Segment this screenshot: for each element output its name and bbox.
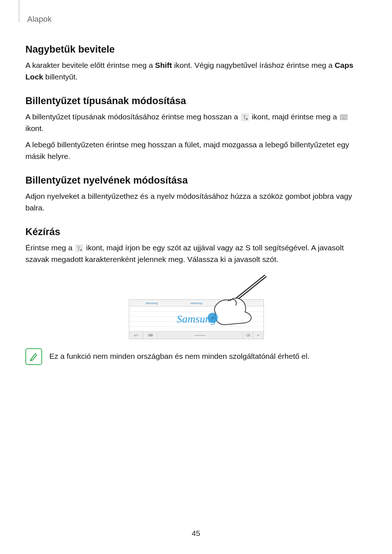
illustration-container: Samsung samsung Sam Samsung ᴀA ⌨ ⌫ ↵ — [25, 274, 367, 339]
keyboard-icon — [339, 114, 348, 120]
header-rule — [19, 0, 19, 22]
note-text: Ez a funkció nem minden országban és nem… — [49, 348, 310, 362]
heading-handwriting: Kézírás — [25, 226, 367, 238]
key-enter: ↵ — [253, 332, 264, 339]
text: ikont. Végig nagybetűvel íráshoz érintse… — [172, 61, 335, 69]
key-space — [158, 332, 243, 339]
text: Érintse meg a — [25, 243, 74, 252]
para-handwriting: Érintse meg a T ikont, majd írjon be egy… — [25, 242, 367, 265]
page-number: 45 — [0, 529, 392, 538]
heading-kblang: Billentyűzet nyelvének módosítása — [25, 175, 367, 186]
para-kbtype-2: A lebegő billentyűzeten érintse meg hoss… — [25, 139, 367, 162]
keyboard-bottom-row: ᴀA ⌨ ⌫ ↵ — [129, 331, 264, 339]
note-block: Ez a funkció nem minden országban és nem… — [25, 348, 367, 365]
para-kbtype-1: A billentyűzet típusának módosításához é… — [25, 111, 367, 134]
t-pen-icon: T — [240, 113, 250, 121]
para-kblang: Adjon nyelveket a billentyűzethez és a n… — [25, 190, 367, 213]
text: ikont. — [25, 124, 44, 132]
text: ikont, majd érintse meg a — [252, 112, 339, 121]
key-mode: ᴀA — [129, 332, 143, 339]
heading-kbtype: Billentyűzet típusának módosítása — [25, 95, 367, 107]
chapter-label: Alapok — [27, 15, 367, 24]
hand-drawing-icon — [181, 272, 276, 327]
page-content: Alapok Nagybetűk bevitele A karakter bev… — [0, 0, 392, 365]
key-keyboard: ⌨ — [143, 332, 158, 339]
text: A billentyűzet típusának módosításához é… — [25, 112, 240, 121]
handwriting-illustration: Samsung samsung Sam Samsung ᴀA ⌨ ⌫ ↵ — [129, 274, 263, 339]
text: A karakter bevitele előtt érintse meg a — [25, 61, 155, 69]
t-pen-icon: T — [74, 244, 84, 252]
note-icon — [25, 348, 42, 365]
svg-point-12 — [208, 313, 218, 323]
para-caps: A karakter bevitele előtt érintse meg a … — [25, 59, 367, 82]
suggestion-item: Samsung — [129, 301, 174, 305]
text-bold: Shift — [155, 61, 172, 69]
svg-text:T: T — [77, 245, 80, 251]
key-backspace: ⌫ — [243, 332, 253, 339]
heading-caps: Nagybetűk bevitele — [25, 44, 367, 55]
svg-text:T: T — [243, 114, 246, 120]
text: billentyűt. — [43, 73, 78, 81]
